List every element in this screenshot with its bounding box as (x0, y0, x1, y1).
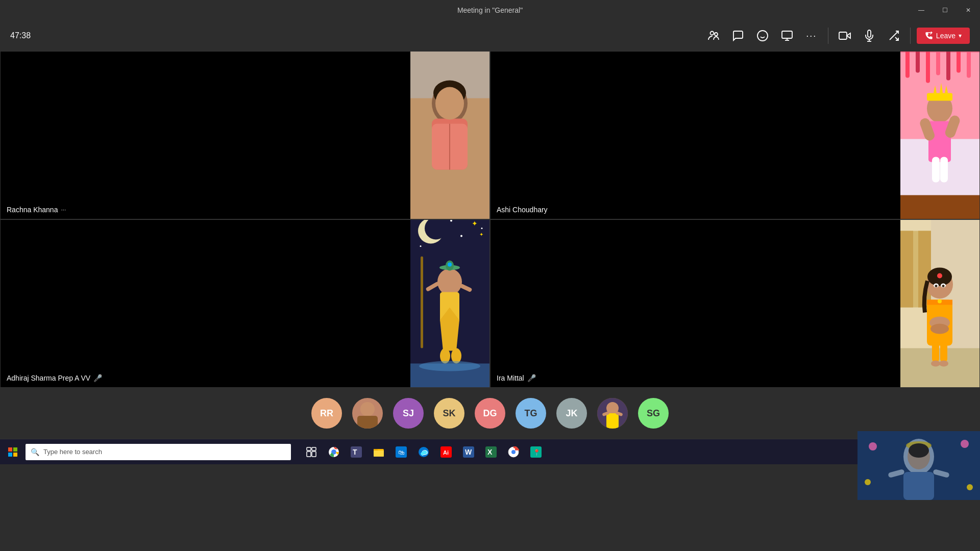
word-button[interactable]: W (458, 442, 479, 462)
video-cell-rachna: Rachna Khanna ··· (0, 51, 490, 219)
toolbar-separator-2 (910, 28, 911, 44)
close-button[interactable]: ✕ (957, 0, 980, 20)
participant-name-ashi: Ashi Choudhary (497, 206, 548, 214)
participant-options-rachna[interactable]: ··· (61, 206, 66, 213)
svg-point-85 (931, 361, 940, 367)
leave-label: Leave (936, 32, 955, 40)
svg-rect-83 (932, 342, 939, 363)
svg-point-78 (937, 273, 942, 279)
svg-rect-125 (374, 450, 384, 457)
svg-point-75 (930, 324, 949, 334)
avatar-initials-DG: DG (483, 408, 497, 419)
svg-rect-112 (13, 447, 17, 452)
svg-point-56 (448, 263, 452, 267)
avatar-P2[interactable] (352, 398, 383, 429)
maps-button[interactable]: 📍 (526, 442, 546, 462)
chrome-alt-button[interactable] (503, 442, 524, 462)
share-screen-button[interactable] (884, 26, 904, 46)
participants-strip: RR SJ SK DG TG JK (0, 388, 980, 439)
taskbar-search[interactable]: 🔍 Type here to search (26, 444, 291, 460)
leave-button[interactable]: Leave ▾ (917, 28, 970, 44)
video-thumb-ashi (900, 52, 979, 219)
window-controls: — ☐ ✕ (910, 0, 980, 20)
video-cell-ira: Ira Mittal 🎤 (490, 219, 980, 388)
avatar-DG[interactable]: DG (475, 398, 505, 429)
svg-text:🛍: 🛍 (398, 449, 404, 456)
svg-point-0 (710, 32, 714, 35)
chrome-button[interactable] (324, 442, 344, 462)
svg-text:Ai: Ai (443, 449, 449, 456)
svg-rect-9 (839, 32, 847, 39)
taskbar-apps: T 🛍 (301, 442, 546, 462)
video-thumb-rachna (410, 52, 489, 219)
svg-point-86 (939, 361, 948, 367)
svg-marker-8 (847, 33, 850, 38)
teams-button[interactable]: T (346, 442, 366, 462)
svg-rect-41 (940, 157, 948, 183)
camera-button[interactable] (835, 26, 855, 46)
acrobat-button[interactable]: Ai (436, 442, 456, 462)
toolbar-actions: ··· (703, 26, 970, 46)
share-tray-button[interactable] (777, 26, 797, 46)
avatar-P8[interactable] (597, 398, 628, 429)
svg-rect-115 (307, 447, 311, 450)
svg-point-121 (332, 450, 336, 454)
avatar-SJ[interactable]: SJ (393, 398, 424, 429)
more-options-button[interactable]: ··· (801, 26, 822, 46)
avatar-initials-SJ: SJ (403, 408, 414, 419)
chat-button[interactable] (728, 26, 748, 46)
excel-button[interactable]: X (481, 442, 501, 462)
svg-rect-33 (927, 93, 952, 101)
svg-point-49 (481, 228, 483, 229)
svg-point-136 (511, 450, 516, 454)
edge-button[interactable] (413, 442, 434, 462)
file-explorer-button[interactable] (369, 442, 389, 462)
svg-line-13 (895, 37, 898, 40)
svg-rect-118 (312, 452, 316, 457)
svg-rect-108 (606, 413, 619, 429)
video-cell-adhiraj: ✦ ✦ (0, 219, 490, 388)
avatar-TG[interactable]: TG (516, 398, 546, 429)
avatar-RR[interactable]: RR (311, 398, 342, 429)
avatar-initials-SG: SG (647, 408, 660, 419)
video-thumb-ira (900, 220, 979, 387)
svg-rect-117 (307, 452, 311, 457)
svg-point-50 (420, 245, 422, 247)
avatar-SG[interactable]: SG (638, 398, 669, 429)
search-placeholder: Type here to search (43, 448, 102, 456)
avatar-SK[interactable]: SK (434, 398, 464, 429)
avatar-initials-SK: SK (443, 408, 455, 419)
svg-rect-40 (932, 157, 940, 183)
svg-point-53 (437, 269, 462, 295)
minimize-button[interactable]: — (910, 0, 933, 20)
avatar-JK[interactable]: JK (556, 398, 587, 429)
svg-rect-104 (357, 416, 378, 429)
svg-rect-114 (13, 453, 17, 457)
svg-text:T: T (353, 448, 357, 456)
svg-point-47 (460, 235, 462, 237)
meeting-timer: 47:38 (10, 31, 31, 40)
store-button[interactable]: 🛍 (391, 442, 411, 462)
svg-point-65 (419, 361, 480, 371)
svg-rect-31 (967, 52, 971, 78)
meeting-toolbar: 47:38 (0, 20, 980, 51)
svg-rect-84 (940, 342, 947, 363)
window-title: Meeting in "General" (457, 6, 523, 14)
video-cell-ashi: Ashi Choudhary (490, 51, 980, 219)
leave-chevron: ▾ (959, 32, 962, 39)
svg-rect-60 (421, 257, 423, 348)
svg-rect-28 (936, 52, 940, 76)
start-button[interactable] (0, 439, 26, 465)
svg-text:✦: ✦ (479, 232, 483, 237)
svg-point-101 (360, 402, 375, 416)
mute-icon-ira: 🎤 (527, 374, 536, 382)
task-view-button[interactable] (301, 442, 322, 462)
reactions-button[interactable] (752, 26, 773, 46)
svg-point-97 (869, 442, 877, 450)
mic-button[interactable] (859, 26, 879, 46)
svg-rect-111 (8, 447, 12, 452)
svg-point-19 (435, 87, 464, 120)
maximize-button[interactable]: ☐ (933, 0, 957, 20)
participant-name-adhiraj: Adhiraj Sharma Prep A VV 🎤 (7, 374, 102, 382)
participants-button[interactable] (703, 26, 724, 46)
